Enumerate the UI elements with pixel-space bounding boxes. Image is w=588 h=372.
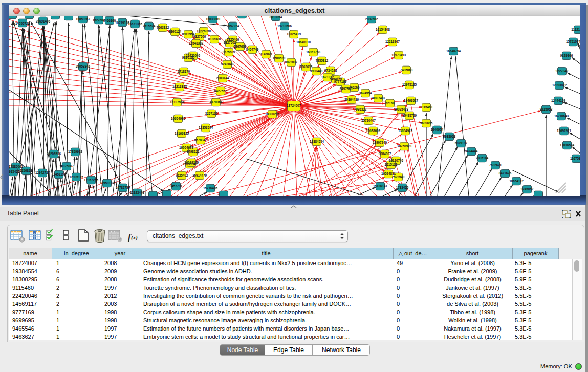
svg-text:3675685: 3675685: [223, 50, 235, 54]
svg-text:1167534: 1167534: [570, 157, 580, 160]
svg-text:3915421: 3915421: [9, 170, 20, 173]
svg-text:7957224: 7957224: [227, 24, 239, 28]
svg-text:17957255: 17957255: [84, 178, 99, 182]
svg-text:8427552: 8427552: [214, 89, 227, 93]
svg-text:10853267: 10853267: [76, 17, 91, 21]
svg-text:15716485: 15716485: [203, 186, 218, 190]
svg-text:9329966: 9329966: [560, 54, 573, 57]
svg-text:6734028: 6734028: [324, 69, 337, 72]
svg-text:1156823: 1156823: [20, 169, 33, 172]
svg-text:7485063: 7485063: [400, 68, 413, 72]
svg-text:10688609: 10688609: [366, 129, 381, 133]
svg-text:10973493: 10973493: [391, 53, 406, 57]
svg-text:8813054: 8813054: [270, 16, 282, 19]
svg-text:16120746: 16120746: [389, 159, 404, 162]
svg-text:12213967: 12213967: [385, 40, 400, 43]
svg-text:12444159: 12444159: [551, 99, 566, 102]
svg-text:16782759: 16782759: [116, 186, 130, 189]
svg-text:20364436: 20364436: [344, 98, 359, 101]
svg-text:13654923: 13654923: [398, 129, 413, 133]
svg-text:1588520: 1588520: [273, 56, 286, 60]
svg-text:3624554: 3624554: [359, 91, 372, 95]
svg-text:20206536: 20206536: [47, 152, 61, 156]
svg-text:6466160: 6466160: [103, 19, 116, 23]
svg-text:7632621: 7632621: [489, 163, 502, 167]
svg-text:12093872: 12093872: [552, 83, 567, 87]
svg-text:9777169: 9777169: [334, 80, 347, 83]
svg-text:16099349: 16099349: [184, 161, 199, 164]
svg-text:4170064: 4170064: [210, 100, 223, 104]
svg-text:10975867: 10975867: [59, 164, 74, 168]
svg-text:9242848: 9242848: [221, 62, 234, 66]
svg-text:12905115: 12905115: [69, 175, 83, 179]
svg-text:10807487: 10807487: [371, 96, 386, 100]
svg-text:7663822: 7663822: [157, 26, 169, 29]
svg-text:15751074: 15751074: [566, 40, 580, 43]
svg-text:16210643: 16210643: [554, 114, 569, 118]
svg-text:9146821: 9146821: [260, 52, 273, 56]
svg-text:2522549: 2522549: [392, 175, 405, 179]
svg-text:17016504: 17016504: [560, 143, 575, 147]
svg-text:8454749: 8454749: [246, 48, 259, 51]
svg-text:9699695: 9699695: [420, 121, 433, 125]
svg-text:18907249: 18907249: [373, 141, 387, 144]
svg-text:9327506: 9327506: [193, 35, 206, 38]
svg-text:16961758: 16961758: [306, 50, 321, 54]
svg-text:10654112: 10654112: [509, 179, 524, 183]
svg-text:11451194: 11451194: [52, 172, 66, 176]
svg-text:7955812: 7955812: [316, 59, 329, 62]
svg-text:10958107: 10958107: [100, 181, 115, 185]
svg-text:9115460: 9115460: [420, 105, 433, 109]
svg-text:19384554: 19384554: [310, 140, 324, 143]
svg-text:10654985: 10654985: [171, 117, 186, 120]
svg-text:11121312: 11121312: [571, 28, 580, 31]
svg-text:17885061: 17885061: [9, 165, 23, 168]
svg-text:18300295: 18300295: [265, 112, 280, 116]
svg-text:9227342: 9227342: [556, 69, 569, 73]
svg-text:16671355: 16671355: [128, 22, 143, 26]
svg-text:8186328: 8186328: [208, 37, 221, 41]
svg-text:20691406: 20691406: [36, 19, 51, 23]
svg-text:1615132: 1615132: [385, 163, 398, 166]
svg-text:7986322: 7986322: [354, 107, 367, 111]
svg-text:6879197: 6879197: [455, 141, 468, 145]
svg-text:9990448: 9990448: [310, 69, 323, 73]
svg-text:7515524: 7515524: [143, 24, 156, 28]
svg-text:15692921: 15692921: [557, 129, 572, 133]
svg-text:20053346: 20053346: [76, 64, 91, 68]
svg-text:8471676: 8471676: [499, 171, 512, 175]
svg-text:16107534: 16107534: [170, 100, 185, 104]
svg-text:19463627: 19463627: [404, 99, 419, 102]
svg-text:5938923: 5938923: [443, 135, 456, 138]
svg-text:18640910: 18640910: [296, 40, 311, 44]
svg-text:12942737: 12942737: [35, 171, 50, 174]
svg-text:13226058: 13226058: [197, 29, 211, 33]
svg-text:19166825: 19166825: [175, 132, 189, 135]
svg-text:1640954: 1640954: [431, 128, 444, 132]
svg-text:62160: 62160: [385, 101, 395, 105]
svg-text:(x): (x): [131, 234, 138, 241]
svg-text:12975125: 12975125: [402, 83, 417, 86]
svg-text:2718170: 2718170: [178, 70, 190, 73]
svg-text:12353594: 12353594: [199, 126, 213, 129]
svg-text:15495759: 15495759: [402, 114, 417, 117]
svg-text:3267130: 3267130: [205, 112, 218, 115]
svg-text:19218506: 19218506: [277, 24, 292, 28]
svg-text:1362615: 1362615: [300, 65, 313, 69]
svg-text:8215953: 8215953: [540, 107, 553, 111]
svg-text:18724007: 18724007: [287, 104, 301, 107]
svg-text:9084007: 9084007: [379, 152, 391, 156]
svg-text:19756923: 19756923: [397, 144, 412, 148]
svg-text:6497568: 6497568: [340, 87, 353, 91]
svg-text:2935114: 2935114: [476, 156, 489, 160]
svg-text:16033809: 16033809: [206, 17, 221, 21]
svg-text:16914479: 16914479: [192, 173, 207, 177]
svg-text:14055721: 14055721: [15, 21, 30, 25]
svg-text:15720407: 15720407: [361, 119, 376, 122]
svg-text:2087682: 2087682: [365, 17, 378, 21]
svg-text:16648794: 16648794: [446, 49, 461, 53]
svg-text:2803144: 2803144: [216, 76, 229, 80]
svg-text:9474444: 9474444: [465, 149, 478, 153]
svg-text:8822037: 8822037: [285, 60, 298, 64]
svg-text:16543382: 16543382: [189, 41, 204, 45]
